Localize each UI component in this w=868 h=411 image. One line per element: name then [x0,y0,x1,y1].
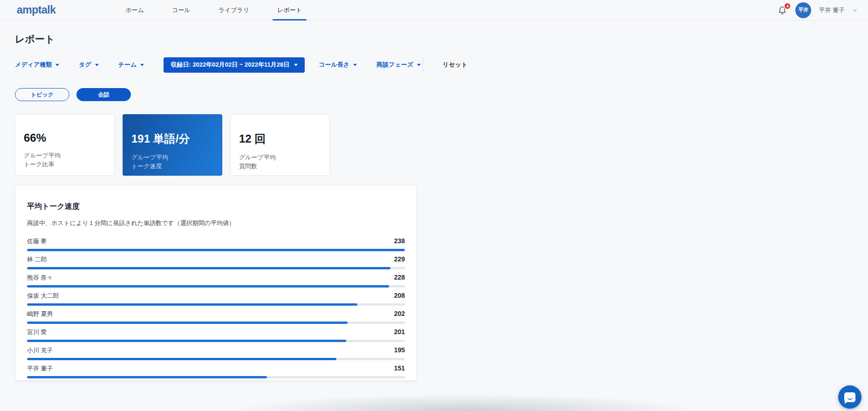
nav-item-home[interactable]: ホーム [121,0,149,21]
filter-deal-phase[interactable]: 商談フェーズ [376,61,421,69]
bar-row: 佐藤 要 238 [27,237,405,251]
stat-value: 12 回 [239,131,321,146]
bar-value: 151 [394,364,405,372]
bar-value: 202 [394,310,405,317]
filter-tag-label: タグ [79,61,91,69]
notifications-button[interactable]: 4 [777,5,788,16]
filter-divider [423,57,423,72]
filter-tag[interactable]: タグ [79,61,99,69]
bar-track [27,358,405,360]
top-navigation-bar: amptalk ホーム コール ライブラリ レポート 4 平井 平井 董子 [0,0,868,21]
stat-label: グループ平均 トーク比率 [24,151,106,169]
bar-fill [27,249,405,251]
bar-label: 宮川 愛 [27,328,47,336]
filter-media-type[interactable]: メディア種類 [15,61,59,69]
bar-row: 熊谷 奈々 228 [27,274,405,288]
bar-fill [27,358,336,360]
bar-fill [27,340,346,342]
nav-item-library[interactable]: ライブラリ [214,0,254,21]
chart-title: 平均トーク速度 [27,202,405,212]
view-toggle: トピック 会話 [15,88,131,101]
caret-down-icon [55,64,59,66]
chart-subtitle: 商談中、ホストにより１分間に発話された単語数です（選択期間の平均値） [27,219,405,227]
notification-count-badge: 4 [784,2,791,10]
stat-value: 66% [24,131,106,144]
bar-track [27,376,405,378]
bar-label: 平井 董子 [27,364,53,373]
amptalk-logo[interactable]: amptalk [17,4,55,16]
bar-label: 熊谷 奈々 [27,274,53,282]
filter-bar: メディア種類 タグ チーム 収録日: 2022年02月02日 ~ 2022年11… [15,57,467,73]
bar-fill [27,285,389,288]
caret-down-icon [140,64,144,66]
nav-item-reports[interactable]: レポート [273,0,307,21]
chat-widget-button[interactable] [838,385,861,409]
bar-value: 201 [394,328,405,336]
header-right-group: 4 平井 平井 董子 [777,2,858,18]
filter-team-label: チーム [118,61,137,69]
bar-row: 小川 克子 195 [27,346,405,360]
page-title: レポート [15,33,55,46]
bar-label: 保坂 大二郎 [27,292,59,300]
toggle-conversation-button[interactable]: 会話 [76,88,131,101]
bar-row: 林 二郎 229 [27,255,405,269]
filter-media-type-label: メディア種類 [15,61,52,69]
caret-down-icon [417,64,421,66]
caret-down-icon [95,64,99,66]
bar-row: 保坂 大二郎 208 [27,292,405,306]
filter-team[interactable]: チーム [118,61,144,69]
stat-label: グループ平均 質問数 [239,153,321,171]
user-name: 平井 董子 [819,6,845,14]
bar-fill [27,303,357,306]
below-fold-shadow [186,390,745,411]
main-nav: ホーム コール ライブラリ レポート [111,0,316,21]
bar-value: 195 [394,346,405,354]
caret-down-icon [353,64,357,66]
bar-chart: 佐藤 要 238 林 二郎 229 熊谷 奈々 228 保坂 大二郎 208 [27,237,405,378]
nav-item-calls[interactable]: コール [167,0,195,21]
bar-value: 229 [394,255,405,263]
toggle-topic-button[interactable]: トピック [15,88,69,101]
bar-value: 208 [394,292,405,299]
average-talk-speed-card: 平均トーク速度 商談中、ホストにより１分間に発話された単語数です（選択期間の平均… [15,185,417,381]
bar-fill [27,376,267,378]
stat-card-question-count[interactable]: 12 回 グループ平均 質問数 [230,114,330,176]
bar-track [27,249,405,251]
bar-track [27,303,405,306]
stat-label: グループ平均 トーク速度 [131,153,213,171]
bar-label: 林 二郎 [27,255,47,264]
caret-down-icon [294,64,298,66]
bar-fill [27,322,348,324]
bar-track [27,285,405,288]
stat-value: 191 単語/分 [131,131,213,146]
bar-value: 238 [394,237,405,245]
bar-value: 228 [394,274,405,281]
filter-recording-date-label: 収録日: 2022年02月02日 ~ 2022年11月28日 [171,61,289,69]
stat-card-talk-speed[interactable]: 191 単語/分 グループ平均 トーク速度 [123,114,222,176]
filter-deal-phase-label: 商談フェーズ [376,61,413,69]
stat-cards-row: 66% グループ平均 トーク比率 191 単語/分 グループ平均 トーク速度 1… [15,114,330,176]
avatar[interactable]: 平井 [795,2,811,18]
chevron-down-icon[interactable] [852,7,858,13]
bar-label: 佐藤 要 [27,237,47,246]
bar-label: 小川 克子 [27,346,53,355]
bar-label: 嶋野 夏男 [27,310,53,318]
bar-fill [27,267,390,269]
bar-row: 宮川 愛 201 [27,328,405,342]
stat-card-talk-ratio[interactable]: 66% グループ平均 トーク比率 [15,114,115,176]
bar-track [27,322,405,324]
bar-row: 平井 董子 151 [27,364,405,378]
bar-track [27,267,405,269]
bar-track [27,340,405,342]
bar-row: 嶋野 夏男 202 [27,310,405,324]
filter-recording-date[interactable]: 収録日: 2022年02月02日 ~ 2022年11月28日 [164,57,305,73]
filter-call-length-label: コール長さ [319,61,349,69]
bell-icon [777,9,788,17]
chat-bubble-icon [844,392,855,402]
filter-call-length[interactable]: コール長さ [319,61,357,69]
reset-filters-button[interactable]: リセット [443,61,467,69]
